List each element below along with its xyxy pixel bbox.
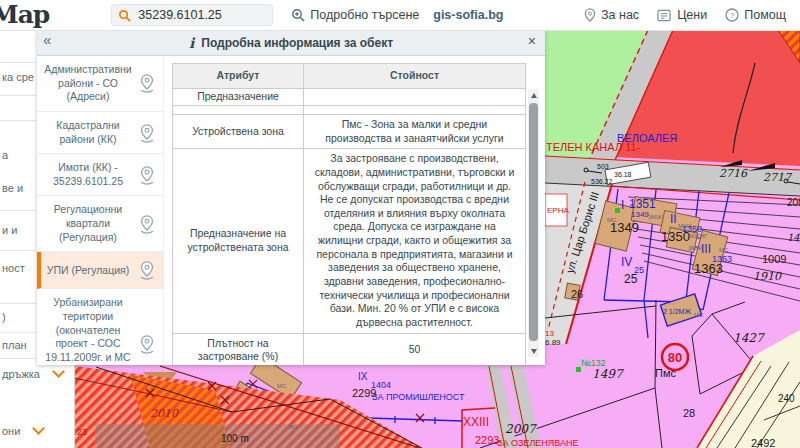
map-label: 1497: [592, 367, 624, 381]
map-label: 2716: [719, 167, 748, 180]
scale-bar: [95, 424, 340, 448]
map-label: МС: [277, 383, 287, 389]
map-label: 28: [683, 407, 695, 419]
value-cell: [304, 106, 526, 115]
sidebar-item-fragment[interactable]: ): [2, 311, 6, 323]
scroll-up-button[interactable]: [528, 89, 539, 101]
location-pin-icon: [137, 122, 157, 144]
advanced-search-icon: [291, 8, 305, 22]
attribute-cell: [173, 106, 304, 115]
column-header-attribute: Атрибут: [173, 64, 304, 89]
layer-item-label: Имоти (КК) - 35239.6101.25: [42, 161, 134, 188]
sidebar-item-fragment[interactable]: дръжка: [2, 367, 63, 380]
sidebar-item-fragment[interactable]: они: [2, 424, 43, 437]
collapse-panel-button[interactable]: «: [43, 31, 51, 48]
info-panel-title: iПодробна информация за обект: [189, 35, 393, 51]
map-label: 2010: [150, 407, 179, 420]
site-link[interactable]: gis-sofia.bg: [433, 8, 503, 22]
top-bar: Map Подробно търсене gis-sofia.bg За нас…: [0, 0, 800, 31]
search-icon: [118, 9, 131, 22]
about-button[interactable]: За нас: [584, 8, 639, 22]
scrollbar-thumb[interactable]: [529, 103, 538, 341]
table-row: Предназначение: [173, 89, 526, 106]
map-label: МС: [719, 247, 729, 253]
sidebar-item-fragment[interactable]: а: [2, 149, 8, 161]
value-cell: 50: [304, 333, 526, 365]
value-cell: За застрояване с производствени, складов…: [304, 149, 526, 333]
map-label: 2007: [505, 422, 537, 436]
layer-item-label: Кадастрални райони (КК): [42, 119, 134, 146]
map-label: 2492: [751, 437, 775, 448]
map-label: 536.22: [591, 178, 613, 185]
attribute-cell: Плътност на застрояване (%): [173, 333, 304, 365]
advanced-search-button[interactable]: Подробно търсене: [291, 8, 419, 22]
map-label: IX: [358, 371, 368, 382]
map-label: ТЕЛЕН КАНАЛ 11-: [546, 141, 641, 153]
sidebar-item-fragment[interactable]: ве и: [2, 182, 23, 194]
layer-item-2[interactable]: Имоти (КК) - 35239.6101.25: [37, 154, 163, 196]
map-label: 208: [787, 197, 800, 208]
chevron-down-icon: [32, 422, 45, 435]
help-icon: ?: [725, 8, 739, 22]
map-label: IV: [621, 255, 632, 269]
sidebar-divider: [0, 303, 36, 304]
map-label: III: [701, 242, 711, 256]
map-label: 1009: [762, 253, 786, 265]
layer-item-4[interactable]: УПИ (Регулация): [37, 252, 163, 289]
map-label: 1910: [753, 270, 782, 283]
map-label: 1351: [629, 197, 656, 211]
scroll-down-button[interactable]: [528, 345, 539, 357]
location-pin-icon: [137, 164, 157, 186]
map-label: 36.18: [614, 171, 632, 178]
map-label: Пмс: [655, 367, 676, 379]
attribute-table: Атрибут Стойност ПредназначениеУстройств…: [172, 63, 526, 365]
price-list-icon: [657, 9, 672, 22]
map-label: II: [670, 212, 677, 226]
map-label: 26: [571, 288, 583, 300]
app-logo: Map: [0, 1, 49, 29]
location-pin-icon: [137, 259, 157, 281]
map-label: ЗМЖ: [648, 214, 663, 220]
sidebar-divider: [0, 332, 36, 333]
close-panel-button[interactable]: ×: [528, 33, 536, 49]
info-icon: i: [189, 35, 194, 51]
table-row: Устройствена зонаПмс - Зона за малки и с…: [173, 115, 526, 149]
prices-button[interactable]: Цени: [657, 8, 707, 22]
map-label: МС: [288, 424, 298, 430]
layer-list: Административни райони - СО (Адреси)Када…: [37, 56, 164, 365]
layer-item-label: Административни райони - СО (Адреси): [42, 63, 134, 104]
help-button[interactable]: ? Помощ: [725, 8, 786, 22]
table-row: Предназначение на устройствената зонаЗа …: [173, 149, 526, 333]
map-label: 25: [624, 272, 638, 286]
layer-item-3[interactable]: Регулационни квартали (Регулация): [37, 196, 163, 252]
layer-item-5[interactable]: Урбанизирани територии (окончателен прое…: [37, 289, 163, 365]
map-label: 6.89: [545, 338, 561, 347]
table-scrollbar[interactable]: [528, 89, 539, 357]
sidebar-item-fragment[interactable]: и и: [2, 224, 17, 236]
layer-item-label: УПИ (Регулация): [42, 264, 134, 278]
chevron-down-icon: [52, 365, 65, 378]
sidebar-divider: [0, 250, 36, 251]
map-label: 1363: [694, 261, 723, 276]
sidebar-item-fragment[interactable]: ка сре: [2, 71, 34, 83]
map-label: 1350: [661, 229, 690, 244]
map-label: МС: [694, 312, 704, 318]
layer-item-label: Регулационни квартали (Регулация): [42, 203, 134, 244]
sidebar-item-fragment[interactable]: план: [2, 339, 27, 351]
table-row: [173, 106, 526, 115]
attribute-cell: Устройствена зона: [173, 115, 304, 149]
info-panel: « iПодробна информация за обект × Админи…: [37, 30, 545, 365]
search-input[interactable]: [136, 7, 255, 23]
layer-item-1[interactable]: Кадастрални райони (КК): [37, 112, 163, 154]
sidebar-item-fragment[interactable]: ност: [2, 262, 25, 274]
map-label: 1427: [733, 331, 765, 345]
location-pin-icon: [137, 333, 157, 355]
table-row: Плътност на застрояване (%)50: [173, 333, 526, 365]
sidebar-divider: [0, 62, 36, 63]
search-box[interactable]: [111, 4, 273, 26]
location-pin-icon: [137, 213, 157, 235]
map-label: МЖМГ: [689, 233, 709, 239]
layer-item-0[interactable]: Административни райони - СО (Адреси): [37, 56, 163, 112]
map-label: 503: [597, 163, 609, 170]
app-window: { "topbar": { "logo": "Map", "search_val…: [0, 0, 800, 448]
